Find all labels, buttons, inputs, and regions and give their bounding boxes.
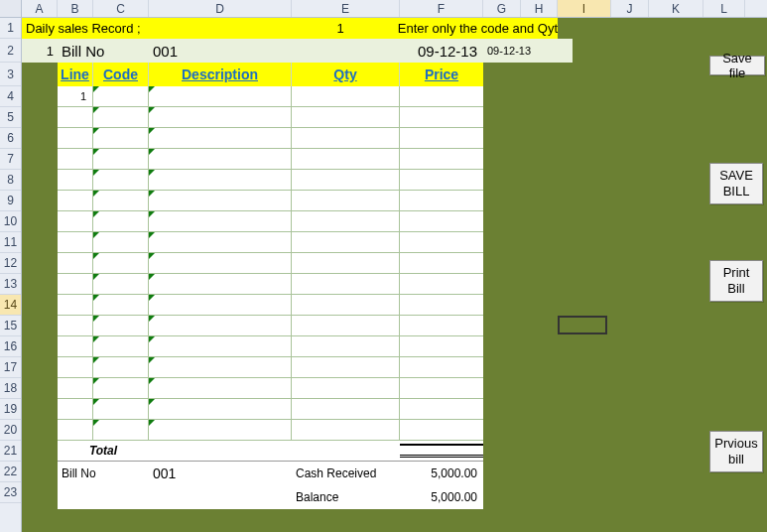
cell[interactable] — [58, 336, 93, 356]
cell[interactable] — [149, 274, 292, 294]
cell[interactable] — [58, 399, 93, 419]
cell[interactable] — [93, 149, 149, 169]
cell[interactable] — [149, 420, 292, 440]
cell[interactable] — [400, 336, 483, 356]
cell[interactable] — [400, 357, 483, 377]
cell[interactable] — [149, 86, 292, 106]
cell[interactable] — [400, 107, 483, 127]
cell[interactable] — [400, 378, 483, 398]
table-row[interactable] — [58, 191, 483, 211]
cell[interactable] — [400, 232, 483, 252]
row-header-1[interactable]: 1 — [0, 18, 21, 39]
cell[interactable] — [149, 295, 292, 315]
row-header-2[interactable]: 2 — [0, 39, 21, 63]
cell[interactable] — [292, 316, 400, 335]
cell[interactable] — [292, 295, 400, 315]
cell[interactable] — [149, 211, 292, 231]
hdr-code[interactable]: Code — [93, 63, 149, 86]
save-bill-button[interactable]: SAVE BILL — [709, 163, 763, 204]
cell[interactable] — [292, 170, 400, 190]
cell[interactable] — [292, 232, 400, 252]
cell[interactable] — [149, 253, 292, 273]
table-row[interactable] — [58, 107, 483, 128]
col-header-K[interactable]: K — [649, 0, 703, 17]
cell[interactable] — [400, 253, 483, 273]
cell[interactable] — [93, 170, 149, 190]
cell[interactable] — [292, 274, 400, 294]
cell[interactable] — [400, 170, 483, 190]
cell[interactable] — [400, 211, 483, 231]
cell[interactable] — [292, 378, 400, 398]
cell[interactable] — [93, 399, 149, 419]
row-header-6[interactable]: 6 — [0, 128, 21, 149]
cell[interactable]: 1 — [58, 86, 93, 106]
row-header-7[interactable]: 7 — [0, 149, 21, 170]
cell[interactable] — [400, 274, 483, 294]
cell[interactable] — [58, 149, 93, 169]
row-header-17[interactable]: 17 — [0, 357, 21, 378]
cell[interactable] — [292, 149, 400, 169]
table-row[interactable] — [58, 378, 483, 399]
col-header-C[interactable]: C — [93, 0, 149, 17]
cell[interactable] — [58, 170, 93, 190]
cell[interactable] — [58, 128, 93, 148]
row-header-12[interactable]: 12 — [0, 253, 21, 274]
col-header-G[interactable]: G — [483, 0, 521, 17]
table-row[interactable] — [58, 253, 483, 274]
col-header-B[interactable]: B — [58, 0, 93, 17]
cell[interactable] — [149, 399, 292, 419]
cell[interactable] — [93, 336, 149, 356]
cell[interactable] — [400, 128, 483, 148]
cell[interactable] — [58, 274, 93, 294]
table-row[interactable] — [58, 232, 483, 253]
cell[interactable] — [149, 316, 292, 335]
row-header-16[interactable]: 16 — [0, 336, 21, 357]
cell[interactable] — [400, 191, 483, 210]
cell[interactable] — [292, 357, 400, 377]
row-header-21[interactable]: 21 — [0, 441, 21, 462]
row-header-13[interactable]: 13 — [0, 274, 21, 295]
cell[interactable] — [400, 86, 483, 106]
cell[interactable] — [58, 378, 93, 398]
cell[interactable] — [149, 191, 292, 210]
col-header-D[interactable]: D — [149, 0, 292, 17]
cell[interactable] — [149, 232, 292, 252]
cell[interactable] — [149, 149, 292, 169]
cell[interactable] — [400, 316, 483, 335]
cell[interactable] — [93, 86, 149, 106]
print-bill-button[interactable]: Print Bill — [709, 260, 763, 302]
row-header-23[interactable]: 23 — [0, 482, 21, 503]
cell[interactable] — [93, 357, 149, 377]
col-header-J[interactable]: J — [611, 0, 649, 17]
cell[interactable] — [58, 211, 93, 231]
cell[interactable] — [93, 232, 149, 252]
col-header-L[interactable]: L — [703, 0, 745, 17]
table-row[interactable] — [58, 211, 483, 232]
row-header-20[interactable]: 20 — [0, 420, 21, 441]
row-header-8[interactable]: 8 — [0, 170, 21, 191]
cell[interactable] — [292, 191, 400, 210]
col-header-I[interactable]: I — [558, 0, 611, 17]
cell[interactable] — [292, 86, 400, 106]
row-header-11[interactable]: 11 — [0, 232, 21, 253]
cell[interactable] — [292, 336, 400, 356]
table-row[interactable] — [58, 274, 483, 295]
col-header-A[interactable]: A — [22, 0, 58, 17]
cell[interactable] — [58, 316, 93, 335]
cell[interactable] — [292, 420, 400, 440]
cell[interactable] — [93, 253, 149, 273]
row-header-18[interactable]: 18 — [0, 378, 21, 399]
cell[interactable] — [400, 295, 483, 315]
cash-received-value[interactable]: 5,000.00 — [400, 466, 483, 480]
cell[interactable] — [93, 274, 149, 294]
cell[interactable] — [292, 107, 400, 127]
hdr-qty[interactable]: Qty — [292, 63, 400, 86]
cell[interactable] — [93, 420, 149, 440]
hdr-line[interactable]: Line — [58, 63, 93, 86]
cell[interactable] — [93, 316, 149, 335]
cell[interactable] — [400, 420, 483, 440]
cells-area[interactable]: Daily sales Record ; 1 Enter only the co… — [22, 18, 767, 532]
table-row[interactable] — [58, 336, 483, 357]
hdr-desc[interactable]: Description — [149, 63, 292, 86]
cell[interactable] — [58, 191, 93, 210]
